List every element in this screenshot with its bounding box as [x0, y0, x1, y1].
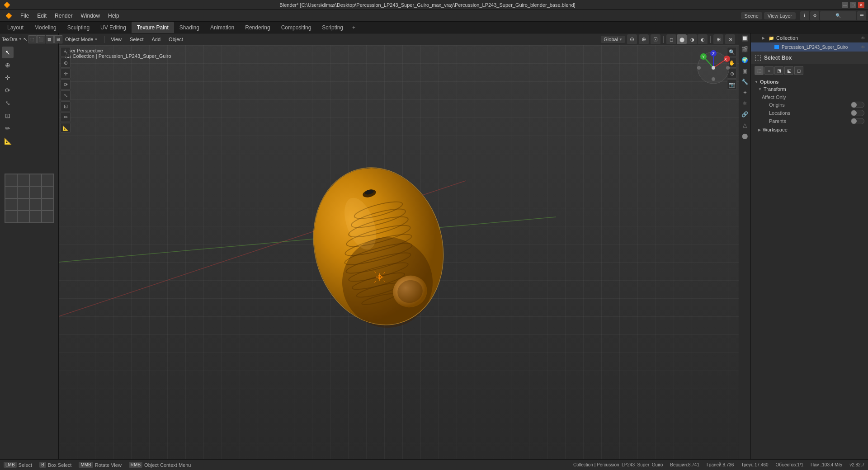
object-color-sq — [774, 45, 779, 49]
vp-add[interactable]: Add — [149, 36, 164, 43]
vp-annotate-tool[interactable]: ✏ — [61, 112, 71, 122]
select-box-lasso[interactable]: ⬔ — [774, 66, 783, 75]
select-box-circle[interactable]: ○ — [764, 66, 774, 75]
overlay-btn[interactable]: ⊞ — [713, 34, 723, 44]
origins-toggle[interactable] — [851, 102, 864, 108]
props-constraints-icon[interactable]: 🔗 — [740, 109, 750, 119]
tool-transform[interactable]: ⊡ — [2, 110, 14, 122]
menu-window[interactable]: Window — [77, 12, 104, 20]
nav-gizmo[interactable]: X Y Z — [695, 50, 731, 86]
outliner-collection[interactable]: ▶ 📁 Collection 👁 — [751, 33, 868, 42]
vp-rotate-tool[interactable]: ⟳ — [61, 80, 71, 89]
vp-select[interactable]: Select — [127, 36, 146, 43]
tool-measure[interactable]: 📐 — [2, 135, 14, 147]
props-data-icon[interactable]: △ — [740, 120, 750, 130]
maximize-button[interactable]: □ — [850, 2, 856, 8]
minimize-button[interactable]: — — [842, 2, 848, 8]
rendered-btn[interactable]: ◐ — [698, 34, 708, 44]
guiro-object[interactable] — [299, 151, 471, 341]
separator — [104, 36, 104, 43]
tool-annotate[interactable]: ✏ — [2, 122, 14, 134]
props-view-layer-icon[interactable]: 🔲 — [740, 33, 750, 43]
proportional-edit-btn[interactable]: ⊡ — [651, 34, 660, 44]
tool-rotate[interactable]: ⟳ — [2, 85, 14, 96]
vp-scale-tool[interactable]: ⤡ — [61, 90, 71, 100]
solid-btn[interactable]: ⬤ — [677, 34, 687, 44]
pivot-btn[interactable]: ⊙ — [627, 34, 637, 44]
locations-toggle[interactable] — [851, 110, 864, 116]
tab-compositing[interactable]: Compositing — [276, 22, 317, 33]
menu-edit[interactable]: Edit — [33, 12, 50, 20]
tab-animation[interactable]: Animation — [205, 22, 240, 33]
layout-btn-1[interactable]: ⬚ — [28, 35, 37, 43]
search-bar[interactable]: 🔍 — [820, 11, 856, 20]
visibility-toggle[interactable]: 👁 — [861, 36, 865, 41]
tool-select[interactable]: ↖ — [2, 47, 14, 58]
tab-layout[interactable]: Layout — [2, 22, 29, 33]
affect-only-group: Affect Only Origins Locations Parents — [755, 94, 864, 125]
mode-arrow: ▼ — [19, 37, 22, 41]
parents-toggle[interactable] — [851, 118, 864, 124]
tab-uv-editing[interactable]: UV Editing — [95, 22, 132, 33]
info-icon[interactable]: ℹ — [800, 11, 809, 20]
select-box-icons-row: ⬚ ○ ⬔ ⬕ ◻ — [751, 64, 868, 77]
vp-left-tools: ↖ ⊕ ✛ ⟳ ⤡ ⊡ ✏ 📐 — [61, 47, 71, 133]
vp-object-mode[interactable]: Object Mode ▼ — [62, 36, 100, 43]
wireframe-btn[interactable]: ◻ — [666, 34, 676, 44]
outliner-object[interactable]: Percussion_LP243_Super_Guiro 👁 — [751, 42, 868, 52]
view-layer-dropdown[interactable]: View Layer — [764, 12, 796, 19]
select-box-expand-icon[interactable]: ⬚ — [755, 53, 761, 62]
viewport[interactable]: Object Mode ▼ View Select Add Object Glo… — [59, 33, 739, 459]
vp-transform-tool[interactable]: ⊡ — [61, 101, 71, 111]
options-header[interactable]: ▼ Options — [755, 79, 864, 85]
workspace-subsection-header[interactable]: ▶ Workspace — [755, 127, 864, 132]
tab-sculpting[interactable]: Sculpting — [62, 22, 95, 33]
object-visibility[interactable]: 👁 — [861, 45, 865, 50]
vp-cursor-tool[interactable]: ⊕ — [61, 58, 71, 68]
select-box-5[interactable]: ◻ — [794, 66, 803, 75]
settings-icon[interactable]: ⚙ — [810, 11, 819, 20]
scene-dropdown[interactable]: Scene — [741, 12, 762, 19]
layout-btn-4[interactable]: ⊞ — [54, 35, 62, 43]
layout-btn-3[interactable]: ▦ — [46, 35, 54, 43]
tab-texture-paint[interactable]: Texture Paint — [132, 22, 174, 33]
tab-shading[interactable]: Shading — [174, 22, 205, 33]
tool-cursor[interactable]: ⊕ — [2, 59, 14, 71]
filter-icon[interactable]: ☰ — [857, 11, 866, 20]
vp-object[interactable]: Object — [166, 36, 186, 43]
props-scene-icon[interactable]: 🎬 — [740, 44, 750, 54]
options-label: Options — [760, 79, 779, 85]
tab-modeling[interactable]: Modeling — [29, 22, 62, 33]
props-modifier-icon[interactable]: 🔧 — [740, 77, 750, 87]
props-object-icon[interactable]: ▣ — [740, 66, 750, 76]
props-physics-icon[interactable]: ⚛ — [740, 99, 750, 108]
transform-subsection-header[interactable]: ▼ Transform — [755, 86, 864, 92]
props-world-icon[interactable]: 🌍 — [740, 55, 750, 65]
transform-orientation[interactable]: Global ▼ — [601, 36, 625, 43]
cursor-tool[interactable]: ↖ — [23, 35, 28, 44]
vp-select-tool[interactable]: ↖ — [61, 47, 71, 57]
add-workspace-button[interactable]: + — [349, 23, 359, 33]
select-box-rect[interactable]: ⬚ — [755, 66, 764, 75]
tab-scripting[interactable]: Scripting — [316, 22, 349, 33]
layout-btn-2[interactable]: ⬛ — [37, 35, 45, 43]
menu-help[interactable]: Help — [104, 12, 123, 20]
tool-scale[interactable]: ⤡ — [2, 97, 14, 109]
tab-rendering[interactable]: Rendering — [240, 22, 275, 33]
vp-move-tool[interactable]: ✛ — [61, 69, 71, 79]
tool-move[interactable]: ✛ — [2, 72, 14, 84]
vp-measure-tool[interactable]: 📐 — [61, 123, 71, 133]
select-box-4[interactable]: ⬕ — [784, 66, 793, 75]
props-particles-icon[interactable]: ✦ — [740, 88, 750, 98]
menu-render[interactable]: Render — [51, 12, 76, 20]
menu-file[interactable]: File — [17, 12, 33, 20]
mode-selector[interactable]: TexDra ▼ — [2, 37, 22, 42]
vp-view[interactable]: View — [108, 36, 124, 43]
snap-btn[interactable]: ⊕ — [639, 34, 649, 44]
object-mode-label: Object Mode — [65, 37, 93, 42]
gizmo-btn[interactable]: ⊗ — [725, 34, 735, 44]
close-button[interactable]: ✕ — [858, 2, 864, 8]
menu-blender[interactable]: 🔶 — [2, 12, 16, 20]
material-btn[interactable]: ◑ — [687, 34, 697, 44]
props-material-icon[interactable]: ⬤ — [740, 131, 750, 141]
